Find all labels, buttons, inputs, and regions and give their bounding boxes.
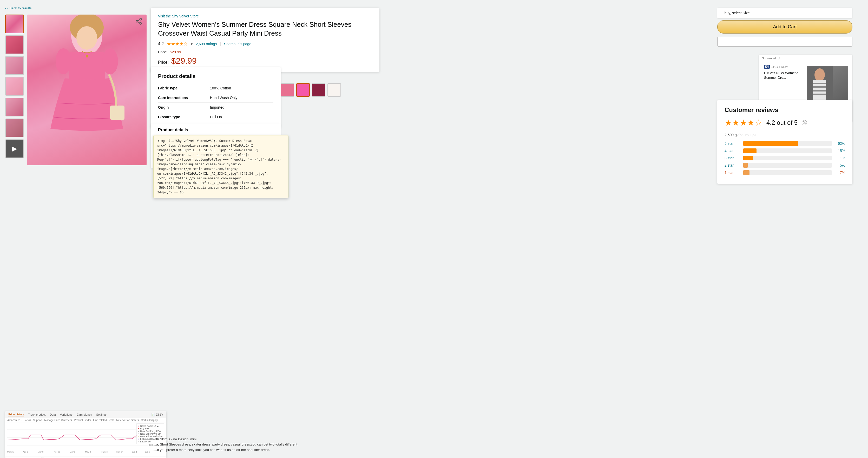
bar-label-5star[interactable]: 5 star (724, 142, 740, 146)
share-button[interactable] (135, 18, 143, 27)
code-tooltip-text: <img alt="Shy Velvet Women&#39;s Summer … (157, 139, 281, 194)
svg-text:May 1: May 1 (70, 451, 75, 453)
bar-pct-1star: 7% (835, 171, 845, 175)
right-panel: ...buy, select Size Add to Cart (717, 8, 852, 47)
bar-fill-5star (743, 141, 798, 146)
description-text: ...th Skirt: A-line Design, mini ...a, S… (153, 437, 299, 453)
svg-line-11 (138, 22, 140, 23)
wishlist-input[interactable] (717, 37, 852, 47)
sponsored-title[interactable]: ETCYY NEW Womens Summer Dre... (761, 70, 805, 82)
price-history-nav: Amazon.co... News Support Manage Price W… (5, 418, 166, 422)
back-to-results[interactable]: ‹ ‹ Back to results (5, 6, 32, 10)
svg-text:Apr 8: Apr 8 (38, 451, 44, 453)
ph-tab-variations[interactable]: Variations (60, 413, 72, 416)
rating-dropdown[interactable]: ▾ (191, 42, 193, 46)
thumbnail-strip: ▶ (5, 14, 24, 158)
search-page-link[interactable]: Search this page (224, 42, 251, 46)
detail-row-origin: Origin Imported (158, 103, 273, 112)
reviews-panel: Customer reviews ★★★★☆ 4.2 out of 5 ⓘ 2,… (717, 100, 852, 184)
thumb-7[interactable]: ▶ (5, 139, 24, 158)
ph-logo: 📊 ETSY (151, 413, 163, 417)
bar-track-1star (743, 170, 832, 175)
add-to-cart-button[interactable]: Add to Cart (717, 20, 852, 33)
thumb-6[interactable] (5, 119, 24, 137)
bar-label-1star[interactable]: 1 star (724, 171, 740, 175)
ph-tab-settings[interactable]: Settings (96, 413, 106, 416)
ph-nav-amazon[interactable]: Amazon.co... (7, 419, 22, 422)
sponsored-label: Sponsored ⓘ (759, 55, 852, 62)
reviews-stars: ★★★★☆ (724, 118, 762, 128)
detail-row-closure: Closure type Pull On (158, 112, 273, 122)
ph-nav-cart[interactable]: Cart in Display (141, 419, 158, 422)
swatch-burgundy[interactable] (312, 83, 326, 97)
ph-tab-data[interactable]: Data (50, 413, 56, 416)
thumb-img-5 (6, 98, 23, 116)
en-badge: EN (764, 65, 770, 69)
price-history-footer: Last update 5 minutes ago 📊 Statistic Co… (5, 456, 166, 458)
ph-nav-finder[interactable]: Product Finder (74, 419, 91, 422)
sponsored-info-icon[interactable]: ⓘ (777, 56, 780, 60)
thumb-img-4 (6, 78, 23, 95)
bar-fill-1star (743, 170, 749, 175)
bar-fill-3star (743, 156, 753, 160)
sponsored-text: Sponsored (762, 57, 776, 60)
thumb-4[interactable] (5, 77, 24, 96)
swatch-pink[interactable] (281, 83, 294, 97)
price-main-row: Price: $29.99 (158, 56, 372, 66)
reviews-score: 4.2 out of 5 (766, 119, 798, 126)
svg-rect-19 (813, 94, 826, 95)
detail-val-closure: Pull On (210, 115, 222, 119)
ph-nav-deals[interactable]: Find related Deals (93, 419, 114, 422)
bar-row-1star: 1 star 7% (724, 170, 845, 175)
thumb-5[interactable] (5, 98, 24, 117)
bar-label-3star[interactable]: 3 star (724, 156, 740, 160)
ph-nav-news[interactable]: News (24, 419, 31, 422)
svg-rect-17 (813, 86, 826, 88)
svg-text:Jun 1: Jun 1 (132, 451, 137, 453)
product-title: Shy Velvet Women's Summer Dress Square N… (158, 20, 372, 38)
svg-text:Mar 21: Mar 21 (7, 451, 14, 453)
ph-nav-sellers[interactable]: Review Bad Sellers (117, 419, 139, 422)
reviews-info-icon[interactable]: ⓘ (802, 120, 807, 125)
ph-nav-watchers[interactable]: Manage Price Watchers (44, 419, 72, 422)
price-label: Price: (158, 60, 169, 64)
svg-line-12 (138, 20, 140, 21)
thumb-img-3 (6, 57, 23, 74)
bar-row-4star: 4 star 15% (724, 148, 845, 153)
desc-line-2: ...a, Short Sleeves dress, skater dress,… (153, 442, 299, 447)
ph-tab-track[interactable]: Track product (28, 413, 46, 416)
svg-rect-16 (813, 83, 826, 84)
thumb-3[interactable] (5, 56, 24, 75)
svg-text:Apr 1: Apr 1 (23, 451, 28, 453)
swatch-bright-pink[interactable] (296, 83, 310, 97)
price-small: $29.99 (170, 50, 181, 54)
bar-row-2star: 2 star 5% (724, 163, 845, 167)
bar-track-3star (743, 156, 832, 160)
svg-point-2 (76, 26, 97, 50)
main-product-image (27, 14, 147, 165)
bar-pct-4star: 15% (835, 149, 845, 153)
brand-name: ETCYY NEW (771, 65, 788, 68)
svg-point-14 (814, 68, 825, 81)
store-link[interactable]: Visit the Shy Velvet Store (158, 14, 372, 18)
ph-nav-support[interactable]: Support (33, 419, 42, 422)
ratings-count-link[interactable]: 2,609 ratings (196, 42, 217, 46)
thumb-video: ▶ (6, 140, 23, 157)
desc-line-1: ...th Skirt: A-line Design, mini (153, 437, 299, 442)
detail-key-fabric: Fabric type (158, 86, 199, 90)
price-row-small: Price: $29.99 (158, 50, 372, 54)
ph-tab-earn[interactable]: Earn Money (77, 413, 92, 416)
swatch-white[interactable] (328, 83, 341, 97)
bar-label-4star[interactable]: 4 star (724, 149, 740, 153)
details-title-lower: Product details (158, 128, 273, 132)
bar-label-2star[interactable]: 2 star (724, 163, 740, 167)
detail-row-fabric: Fabric type 100% Cotton (158, 84, 273, 93)
svg-point-9 (136, 21, 138, 22)
thumb-2[interactable] (5, 35, 24, 54)
ph-tab-price-history[interactable]: Price history (8, 413, 24, 417)
color-swatches (281, 83, 341, 97)
detail-key-care: Care instructions (158, 96, 199, 100)
rating-stars: ★★★★☆ (167, 41, 188, 47)
thumb-1[interactable] (5, 14, 24, 33)
price-label-small: Price: (158, 50, 167, 54)
